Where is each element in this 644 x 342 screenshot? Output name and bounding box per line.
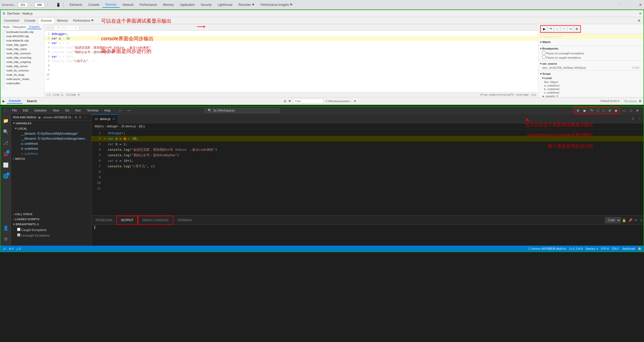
devtools-settings-icon[interactable]: ⚙ xyxy=(636,19,642,22)
restore-icon[interactable]: □ xyxy=(628,108,633,112)
nav-left-icon[interactable]: ◁ xyxy=(46,25,50,29)
nav-right-small[interactable]: ▷ xyxy=(49,93,51,96)
settings-activity-icon[interactable]: ⚙ xyxy=(1,235,10,244)
file-item[interactable]: 📄 node:buffer xyxy=(1,81,44,86)
search-activity-icon[interactable]: 🔍 xyxy=(1,127,10,136)
tab-console[interactable]: Console xyxy=(85,2,102,8)
step-into-btn[interactable]: ↓ xyxy=(554,26,560,32)
menu-run[interactable]: Run xyxy=(74,108,82,113)
tab-application[interactable]: Application xyxy=(177,2,198,8)
file-item[interactable]: 📄 bootloader.bundle.cdp xyxy=(1,30,44,34)
tab-memory[interactable]: Memory xyxy=(160,2,177,8)
error-count[interactable]: ⊘ 0 xyxy=(9,247,13,250)
inner-tab-console[interactable]: Console xyxy=(22,18,38,23)
warning-count[interactable]: △ 0 xyxy=(16,247,21,250)
run-icon[interactable]: ▶ xyxy=(38,115,41,119)
devtools-close-icon[interactable]: ✕ xyxy=(639,12,641,15)
pause-uncaught-checkbox[interactable] xyxy=(542,51,545,54)
tab-recorder[interactable]: Recorder ⚑ xyxy=(235,2,258,8)
file-item[interactable]: 📄 node_http_common xyxy=(1,51,44,56)
pin-icon[interactable]: 📌 xyxy=(627,218,633,222)
file-item[interactable]: 📄 node_http_client xyxy=(1,47,44,51)
deactivate-btn[interactable]: ⊘ xyxy=(574,26,580,32)
vscode-pause-btn[interactable]: ⏸ xyxy=(575,108,581,113)
toolbar-close-icon[interactable]: ✕ xyxy=(639,3,642,7)
config-dropdown[interactable]: chrome v8环境联调 (N... xyxy=(43,116,73,119)
terminal-tab[interactable]: TERMINAL xyxy=(173,216,197,225)
filter-input[interactable] xyxy=(293,99,324,104)
console-tab[interactable]: Console xyxy=(7,99,23,104)
menu-help[interactable]: Help xyxy=(103,108,112,113)
device-icon[interactable]: 📱 xyxy=(56,3,60,7)
accounts-icon[interactable]: 👤 xyxy=(1,223,10,233)
file-item[interactable]: 📄 node_http_outgoing xyxy=(1,60,44,64)
close-tab-icon[interactable]: ✕ xyxy=(74,26,76,29)
nav-back-icon[interactable]: ← xyxy=(118,108,123,113)
toolbar-restore-icon[interactable]: □ xyxy=(635,3,637,7)
step-btn[interactable]: ⇢ xyxy=(567,26,573,32)
remote-icon[interactable]: 1 🌐 xyxy=(1,172,10,181)
lock-icon[interactable]: 🔒 xyxy=(621,218,627,222)
debug-console-tab[interactable]: DEBUG CONSOLE xyxy=(138,216,173,225)
vscode-restart-btn[interactable]: ↺ xyxy=(607,108,613,113)
close-editor-tab-icon[interactable]: ✕ xyxy=(112,117,115,121)
caught-exceptions-checkbox[interactable] xyxy=(17,228,20,231)
demo-js-editor-tab[interactable]: JS demo.js ✕ xyxy=(92,114,118,123)
debug-activity-icon[interactable]: 🐞 1 xyxy=(1,149,10,159)
tab-lighthouse[interactable]: Lighthouse xyxy=(215,2,235,8)
menu-selection[interactable]: Selection xyxy=(33,108,48,113)
pause-caught-checkbox[interactable] xyxy=(542,55,545,59)
toolbar-more-icon[interactable]: ⋮ xyxy=(623,3,627,7)
inner-tab-connection[interactable]: Connection xyxy=(2,18,22,23)
vscode-play-btn[interactable]: ▶ xyxy=(582,108,588,113)
menu-go[interactable]: Go xyxy=(64,108,70,113)
tab-snippets[interactable]: Snippets xyxy=(27,25,41,29)
resume-btn[interactable]: ▶ xyxy=(541,26,547,32)
height-input[interactable] xyxy=(34,2,45,7)
language-status[interactable]: JavaScript xyxy=(622,247,635,250)
problems-tab[interactable]: PROBLEMS xyxy=(92,216,116,225)
toolbar-minimize-icon[interactable]: — xyxy=(629,3,633,7)
file-item[interactable]: 📄 eval-afabac9c.cdp xyxy=(1,39,44,43)
line-col-status[interactable]: Ln 2, Col 9 xyxy=(569,247,583,250)
vscode-stop-btn[interactable]: ■ xyxy=(614,108,619,113)
extensions-icon[interactable]: ⬜ xyxy=(1,161,10,170)
workspace-search-box[interactable]: 🔍 Sy (Workspace) xyxy=(205,108,280,113)
breadcrumb-js[interactable]: JS demo.js xyxy=(121,125,136,128)
spaces-status[interactable]: Spaces: 4 xyxy=(586,247,598,250)
watch-title[interactable]: ▾ Watch xyxy=(540,40,641,44)
close-panel-icon[interactable]: ✕ xyxy=(633,218,638,222)
breadcrumb-debuger[interactable]: debuger xyxy=(107,125,118,128)
file-item[interactable]: 📄 eval-2f4c9340.cdp xyxy=(1,34,44,39)
vscode-step-out-btn[interactable]: ↑ xyxy=(601,108,606,113)
path-dropdown-icon[interactable]: ▾ xyxy=(354,99,356,103)
breadcrumb-var[interactable]: [θ] a xyxy=(139,125,145,128)
local-title[interactable]: ▾ Local xyxy=(542,76,641,80)
notification-icon[interactable]: 🔔 xyxy=(638,247,641,250)
explorer-icon[interactable]: 📁 xyxy=(1,116,10,125)
file-item[interactable]: 📄 ... xyxy=(1,86,44,90)
tab-network[interactable]: Network xyxy=(119,2,137,8)
step-over-btn[interactable]: ↷ xyxy=(548,26,554,32)
inner-tab-memory[interactable]: Memory xyxy=(55,18,70,23)
more-editor-icon[interactable]: ⋮ xyxy=(636,117,643,121)
more-debug-icon[interactable]: ⋯ xyxy=(84,116,87,119)
default-levels[interactable]: Default levels ▾ xyxy=(600,99,619,103)
tab-security[interactable]: Security xyxy=(198,2,215,8)
vscode-step-over-btn[interactable]: ↷ xyxy=(589,108,594,113)
file-item[interactable]: 📄 node_tls_wrap xyxy=(1,73,44,77)
inner-tab-performance[interactable]: Performance ⚑ xyxy=(70,18,96,23)
toolbar-settings-icon[interactable]: ⚙ xyxy=(618,3,621,7)
breakpoints-title[interactable]: ▾ Breakpoints xyxy=(540,47,641,51)
git-icon[interactable]: ⎇ xyxy=(1,138,10,147)
console-expand-icon[interactable]: ▶ xyxy=(3,99,5,103)
breadcrumb-myenv[interactable]: MyEnv xyxy=(95,125,104,128)
output-tab[interactable]: OUTPUT xyxy=(116,216,138,225)
nav-forward-icon[interactable]: → xyxy=(127,108,131,113)
demo-js-tab[interactable]: JS demo.js ✕ xyxy=(54,25,79,30)
filter-icon[interactable]: ⊘ xyxy=(284,99,286,103)
scope-title[interactable]: ▾ Scope xyxy=(540,72,641,76)
breakpoints-section-title[interactable]: ▾ BREAKPOINTS ⚠ xyxy=(11,222,91,227)
code-dropdown[interactable]: Code xyxy=(605,217,621,223)
local-section-title[interactable]: ▾ Local xyxy=(13,126,91,131)
